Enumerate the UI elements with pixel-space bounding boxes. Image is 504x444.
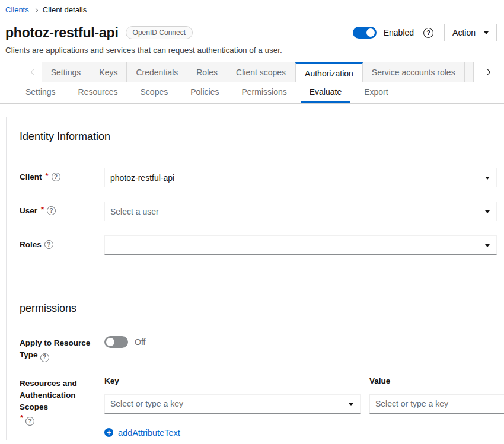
chevron-left-icon [30,69,36,75]
client-select[interactable]: photoz-restful-api [104,168,497,187]
page-header: photoz-restful-api OpenID Connect Enable… [0,14,504,41]
roles-field-row: Roles [20,235,497,255]
protocol-badge: OpenID Connect [126,26,193,39]
user-select[interactable]: Select a user [104,202,497,221]
client-label-text: Client [20,173,42,181]
tab-clipped[interactable] [465,62,474,82]
chevron-down-icon [485,244,490,247]
chevron-down-icon [349,403,353,406]
key-select-placeholder: Select or type a key [110,399,183,408]
roles-label-text: Roles [20,240,42,249]
key-column-label: Key [104,376,361,385]
roles-field-label: Roles [20,235,104,249]
value-input[interactable] [369,394,504,414]
action-dropdown-label: Action [452,28,476,37]
help-icon[interactable] [423,28,433,38]
user-field-row: User * Select a user [20,202,497,221]
tab-client-scopes[interactable]: Client scopes [227,62,295,82]
breadcrumb: Clients Client details [0,0,504,14]
roles-select[interactable] [104,235,497,255]
subtab-settings[interactable]: Settings [17,82,64,103]
help-icon[interactable] [40,353,49,362]
subtab-permissions[interactable]: Permissions [233,82,295,103]
required-asterisk: * [41,205,44,214]
apply-label-text: Apply to Resource Type [20,338,90,359]
key-select[interactable]: Select or type a key [104,394,361,414]
toggle-knob [106,338,114,346]
breadcrumb-link-clients[interactable]: Clients [5,5,29,14]
resources-scopes-label: Resources and Authentication Scopes * [20,376,97,426]
resources-scopes-row: Resources and Authentication Scopes * Ke… [20,376,504,437]
tabs-scroll-left-button[interactable] [24,62,42,82]
chevron-down-icon [484,31,489,34]
apply-to-resource-type-label: Apply to Resource Type [20,336,97,362]
enabled-label: Enabled [384,28,414,37]
add-attribute-label: addAttributeText [118,428,180,437]
help-icon[interactable] [25,417,34,426]
breadcrumb-current: Client details [43,5,87,14]
help-icon[interactable] [44,240,53,249]
plus-circle-icon [104,428,113,437]
resources-label-text: Resources and Authentication Scopes [20,379,77,411]
authorization-subtabs: Settings Resources Scopes Policies Permi… [0,82,504,104]
client-field-label: Client * [20,168,104,181]
tab-roles[interactable]: Roles [187,62,227,82]
user-select-placeholder: Select a user [110,207,159,216]
required-asterisk: * [20,413,23,422]
evaluate-form-card: Identity Information Client * photoz-res… [6,117,504,440]
permissions-section: permissions Apply to Resource Type Off R… [7,289,504,437]
add-attribute-button[interactable]: addAttributeText [104,428,180,437]
identity-section-title: Identity Information [20,130,504,143]
page-title: photoz-restful-api [5,25,119,41]
breadcrumb-separator-icon [34,8,38,12]
chevron-right-icon [485,69,491,75]
page-description: Clients are applications and services th… [0,41,504,55]
tab-keys[interactable]: Keys [90,62,127,82]
tab-credentials[interactable]: Credentials [127,62,187,82]
tab-settings[interactable]: Settings [42,62,91,82]
required-asterisk: * [46,171,49,180]
action-dropdown[interactable]: Action [444,24,497,41]
subtab-policies[interactable]: Policies [182,82,227,103]
tab-service-accounts-roles[interactable]: Service accounts roles [363,62,465,82]
help-icon[interactable] [52,173,60,181]
identity-information-section: Identity Information Client * photoz-res… [7,117,504,255]
client-field-row: Client * photoz-restful-api [20,168,497,187]
enabled-toggle[interactable] [353,27,377,39]
subtab-scopes[interactable]: Scopes [132,82,177,103]
user-field-label: User * [20,202,104,215]
toggle-knob [366,28,375,37]
value-column-label: Value [369,376,504,385]
help-icon[interactable] [47,206,56,215]
chevron-down-icon [485,177,490,180]
apply-to-resource-type-row: Apply to Resource Type Off [20,336,504,362]
permissions-section-title: permissions [20,302,504,315]
subtab-evaluate[interactable]: Evaluate [301,82,350,103]
subtab-export[interactable]: Export [356,82,396,103]
apply-to-resource-type-toggle[interactable] [104,336,128,348]
chevron-down-icon [485,210,490,213]
tabs-scroll-right-button[interactable] [474,62,504,82]
subtab-resources[interactable]: Resources [70,82,126,103]
toggle-state-label: Off [135,337,145,347]
client-tabs: Settings Keys Credentials Roles Client s… [0,62,504,82]
user-label-text: User [20,206,37,215]
client-select-value: photoz-restful-api [110,173,174,183]
tab-authorization[interactable]: Authorization [295,62,363,82]
